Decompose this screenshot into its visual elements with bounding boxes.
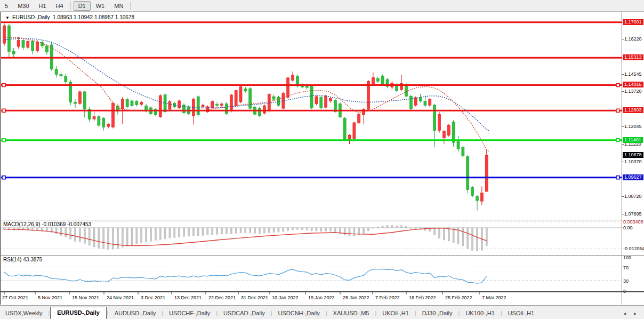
tab-xauusd-m5[interactable]: XAUUSD-,M5 xyxy=(328,308,375,319)
candle[interactable] xyxy=(41,42,43,46)
tab-dj30-daily[interactable]: DJ30-,Daily xyxy=(417,308,458,319)
candle[interactable] xyxy=(287,78,289,98)
tab-ukoil-h1[interactable]: UKOil-,H1 xyxy=(377,308,414,319)
candle[interactable] xyxy=(249,89,252,108)
timeframe-button-mn[interactable]: MN xyxy=(110,2,127,10)
tab-scroll-arrows-icon[interactable]: ◂ ▸ xyxy=(623,310,644,319)
candle[interactable] xyxy=(235,91,237,106)
candle[interactable] xyxy=(216,105,219,106)
candle[interactable] xyxy=(159,95,162,117)
candle[interactable] xyxy=(121,99,124,109)
candle[interactable] xyxy=(197,97,199,115)
level-handle-icon[interactable] xyxy=(616,109,619,112)
candle[interactable] xyxy=(50,45,53,69)
candle[interactable] xyxy=(202,105,204,107)
candle[interactable] xyxy=(442,132,445,138)
candle[interactable] xyxy=(438,114,441,130)
candle[interactable] xyxy=(263,106,265,113)
level-handle-icon[interactable] xyxy=(2,109,5,112)
dropdown-icon[interactable]: ▼ xyxy=(5,15,10,20)
candle[interactable] xyxy=(225,103,228,114)
candle[interactable] xyxy=(315,97,318,103)
candle[interactable] xyxy=(131,101,133,106)
tab-eurusd-daily[interactable]: EURUSD-,Daily xyxy=(50,307,106,319)
candle[interactable] xyxy=(221,104,223,106)
candle[interactable] xyxy=(239,86,242,101)
candle[interactable] xyxy=(485,155,488,192)
candle[interactable] xyxy=(480,193,483,201)
tab-usdchf-daily[interactable]: USDCHF-,Daily xyxy=(164,308,215,319)
candle[interactable] xyxy=(429,99,431,106)
candle[interactable] xyxy=(409,96,412,109)
candle[interactable] xyxy=(476,196,479,200)
candle[interactable] xyxy=(310,86,313,108)
tab-audusd-daily[interactable]: AUDUSD-,Daily xyxy=(109,308,162,319)
candle[interactable] xyxy=(466,156,469,189)
candle[interactable] xyxy=(27,41,29,47)
candle[interactable] xyxy=(112,103,115,127)
timeframe-button-5[interactable]: 5 xyxy=(1,2,12,10)
candle[interactable] xyxy=(272,97,275,99)
candle[interactable] xyxy=(168,101,171,109)
candle[interactable] xyxy=(102,118,105,127)
candle[interactable] xyxy=(93,117,95,119)
candle[interactable] xyxy=(45,46,48,52)
pane-separator-macd[interactable] xyxy=(0,220,644,220)
candle[interactable] xyxy=(268,94,270,111)
candle[interactable] xyxy=(405,85,407,96)
tab-usoil-h1[interactable]: USOil-,H1 xyxy=(503,308,540,319)
candle[interactable] xyxy=(433,105,436,131)
timeframe-button-d1[interactable]: D1 xyxy=(74,1,91,11)
candle[interactable] xyxy=(329,99,332,101)
candle[interactable] xyxy=(22,41,25,47)
candle[interactable] xyxy=(462,147,464,156)
candle[interactable] xyxy=(107,124,110,126)
candle[interactable] xyxy=(12,52,15,54)
candle[interactable] xyxy=(230,95,232,111)
candle[interactable] xyxy=(358,114,360,123)
candle[interactable] xyxy=(372,78,374,84)
candle[interactable] xyxy=(140,102,143,105)
level-handle-icon[interactable] xyxy=(2,83,5,86)
candle[interactable] xyxy=(343,118,346,140)
candle[interactable] xyxy=(258,108,261,116)
level-handle-icon[interactable] xyxy=(616,139,619,142)
candle[interactable] xyxy=(98,117,100,126)
candle[interactable] xyxy=(424,101,426,105)
candle[interactable] xyxy=(320,98,323,108)
level-handle-icon[interactable] xyxy=(2,176,5,179)
candle[interactable] xyxy=(7,26,10,52)
candle[interactable] xyxy=(348,135,351,139)
candle[interactable] xyxy=(36,42,39,51)
tab-usdcnh-daily[interactable]: USDCNH-,Daily xyxy=(273,308,325,319)
candle[interactable] xyxy=(60,75,62,76)
candle[interactable] xyxy=(381,76,384,84)
chart-plot[interactable] xyxy=(0,12,622,305)
level-handle-icon[interactable] xyxy=(616,176,619,179)
level-handle-icon[interactable] xyxy=(616,83,619,86)
candle[interactable] xyxy=(178,101,181,108)
tab-usdcad-daily[interactable]: USDCAD-,Daily xyxy=(218,308,270,319)
pane-separator-rsi[interactable] xyxy=(0,255,644,256)
candle[interactable] xyxy=(419,98,422,101)
candle[interactable] xyxy=(31,41,34,51)
level-handle-icon[interactable] xyxy=(2,139,5,142)
candle[interactable] xyxy=(3,26,6,43)
timeframe-button-m30[interactable]: M30 xyxy=(13,2,33,10)
candle[interactable] xyxy=(211,101,214,107)
candle[interactable] xyxy=(457,141,460,149)
candle[interactable] xyxy=(447,125,450,135)
candle[interactable] xyxy=(55,69,58,74)
date-axis[interactable]: 27 Oct 20215 Nov 202115 Nov 202124 Nov 2… xyxy=(0,295,644,305)
candle[interactable] xyxy=(83,92,86,109)
candle[interactable] xyxy=(126,100,128,107)
candle[interactable] xyxy=(135,101,138,105)
candle[interactable] xyxy=(17,41,20,46)
candle[interactable] xyxy=(244,89,247,91)
candle[interactable] xyxy=(376,78,379,81)
candle[interactable] xyxy=(78,92,81,103)
tab-usdx-weekly[interactable]: USDX,Weekly xyxy=(0,308,47,319)
candle[interactable] xyxy=(353,123,356,139)
timeframe-button-h4[interactable]: H4 xyxy=(52,2,68,10)
candle[interactable] xyxy=(414,98,417,105)
